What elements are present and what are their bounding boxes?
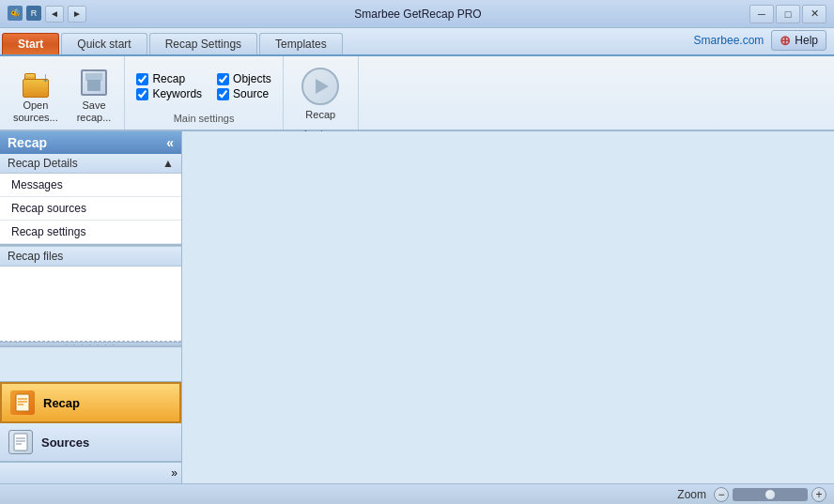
recap-files-header[interactable]: Recap files <box>0 246 181 267</box>
recap-svg-icon <box>14 393 31 412</box>
help-button[interactable]: ⊕ Help <box>771 30 826 51</box>
sidebar-nav-recap[interactable]: Recap <box>0 382 181 423</box>
ribbon-main-settings-label: Main settings <box>174 113 235 126</box>
zoom-slider[interactable] <box>733 488 808 501</box>
save-recap-icon <box>79 68 109 98</box>
check-source-label: Source <box>233 87 269 100</box>
sources-nav-icon <box>8 429 34 455</box>
ribbon-group-file: ↓ Open sources... Save recap... File <box>0 56 125 130</box>
svg-rect-4 <box>14 434 27 451</box>
check-keywords-row: Keywords <box>136 87 202 100</box>
resize-handle[interactable]: · · · · · · · <box>0 342 181 347</box>
recap-details-header[interactable]: Recap Details ▲ <box>0 154 181 174</box>
recap-files-section: Recap files · · · · · · · <box>0 246 181 347</box>
sources-svg-icon <box>13 433 28 451</box>
ribbon-analyze-content: Recap <box>294 60 347 129</box>
title-bar-icons: 🐝 R ◄ ► <box>8 6 86 23</box>
recap-icon-shape <box>10 390 35 415</box>
sidebar-nav-sources-label: Sources <box>41 435 89 450</box>
play-circle-icon <box>301 68 339 105</box>
recap-details-label: Recap Details <box>8 157 78 170</box>
sidebar-item-messages[interactable]: Messages <box>0 174 181 197</box>
zoom-in-button[interactable]: + <box>811 487 826 502</box>
svg-rect-0 <box>16 394 29 411</box>
recap-details-section: Recap Details ▲ Messages Recap sources R… <box>0 154 181 246</box>
open-sources-button[interactable]: ↓ Open sources... <box>8 64 64 128</box>
open-sources-label: Open sources... <box>13 99 58 124</box>
maximize-btn[interactable]: □ <box>776 5 800 23</box>
sources-icon-shape <box>8 430 33 454</box>
check-source-row: Source <box>217 87 271 100</box>
tab-recap-settings[interactable]: Recap Settings <box>149 33 257 54</box>
save-recap-button[interactable]: Save recap... <box>71 64 117 128</box>
main-area: Recap « Recap Details ▲ Messages Recap s… <box>0 131 834 483</box>
close-btn[interactable]: ✕ <box>802 5 826 23</box>
ribbon-group-analyze: Recap Analyze <box>284 56 359 130</box>
zoom-label: Zoom <box>677 488 706 501</box>
check-objects-row: Objects <box>217 72 271 85</box>
play-triangle-icon <box>316 79 329 94</box>
save-recap-label: Save recap... <box>77 99 112 124</box>
recap-play-button[interactable]: Recap <box>294 64 347 125</box>
check-recap-row: Recap <box>136 72 202 85</box>
sidebar-bottom: Recap Sources » <box>0 381 181 483</box>
recap-files-content <box>0 267 181 342</box>
tab-bar: Start Quick start Recap Settings Templat… <box>0 28 834 56</box>
zoom-out-button[interactable]: − <box>714 487 729 502</box>
ribbon-checks: Recap Keywords <box>132 67 206 106</box>
sidebar-more-icon: » <box>171 466 178 480</box>
help-icon: ⊕ <box>780 33 791 48</box>
check-source[interactable] <box>217 88 229 100</box>
sidebar: Recap « Recap Details ▲ Messages Recap s… <box>0 131 182 483</box>
zoom-slider-container: − + <box>714 487 826 502</box>
recap-nav-icon <box>9 389 36 416</box>
ribbon: ↓ Open sources... Save recap... File <box>0 56 834 131</box>
app-icon-2: R <box>26 6 41 21</box>
check-objects[interactable] <box>217 73 229 85</box>
window-controls: ─ □ ✕ <box>749 5 826 23</box>
smarbee-link[interactable]: Smarbee.com <box>694 34 764 47</box>
toolbar-back-btn[interactable]: ◄ <box>45 6 64 23</box>
sidebar-more-button[interactable]: » <box>0 462 181 483</box>
recap-details-chevron: ▲ <box>162 157 174 170</box>
window-title: Smarbee GetRecap PRO <box>354 8 481 21</box>
help-label: Help <box>795 34 818 47</box>
content-area <box>182 131 834 483</box>
sidebar-title: Recap <box>8 135 47 150</box>
sidebar-collapse-btn[interactable]: « <box>166 135 174 150</box>
sidebar-header: Recap « <box>0 131 181 154</box>
ribbon-checks-2: Objects Source <box>213 67 275 106</box>
tab-quick-start[interactable]: Quick start <box>61 33 147 54</box>
tab-templates[interactable]: Templates <box>259 33 343 54</box>
open-sources-icon: ↓ <box>21 68 51 98</box>
check-keywords[interactable] <box>136 88 148 100</box>
check-keywords-label: Keywords <box>152 87 202 100</box>
sidebar-nav-sources[interactable]: Sources <box>0 423 181 462</box>
toolbar-forward-btn[interactable]: ► <box>68 6 86 23</box>
sidebar-menu: Messages Recap sources Recap settings <box>0 174 181 245</box>
app-icon-1: 🐝 <box>8 6 23 21</box>
title-bar: 🐝 R ◄ ► Smarbee GetRecap PRO ─ □ ✕ <box>0 0 834 28</box>
tab-bar-right: Smarbee.com ⊕ Help <box>687 30 834 54</box>
status-bar: Zoom − + <box>0 483 834 504</box>
ribbon-group-main-settings: Recap Keywords Objects Source Main setti… <box>125 56 283 130</box>
tab-start[interactable]: Start <box>2 33 59 54</box>
recap-play-label: Recap <box>305 109 335 121</box>
minimize-btn[interactable]: ─ <box>749 5 774 23</box>
sidebar-item-recap-sources[interactable]: Recap sources <box>0 197 181 221</box>
check-recap[interactable] <box>136 73 148 85</box>
sidebar-nav-recap-label: Recap <box>43 396 80 410</box>
recap-files-label: Recap files <box>8 250 63 263</box>
check-recap-label: Recap <box>152 72 185 85</box>
check-objects-label: Objects <box>233 72 271 85</box>
ribbon-file-content: ↓ Open sources... Save recap... <box>8 60 116 131</box>
sidebar-item-recap-settings[interactable]: Recap settings <box>0 221 181 244</box>
